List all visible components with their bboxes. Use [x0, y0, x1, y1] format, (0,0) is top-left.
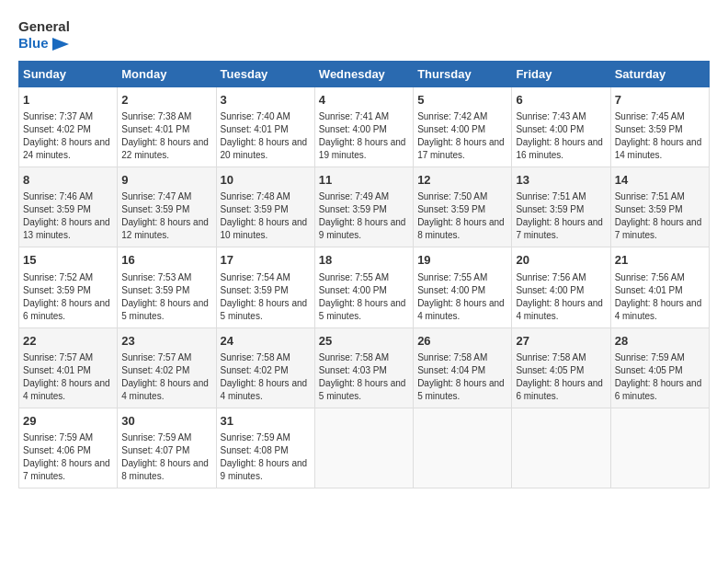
calendar-cell: 1Sunrise: 7:37 AMSunset: 4:02 PMDaylight… [19, 87, 118, 167]
calendar-cell: 5Sunrise: 7:42 AMSunset: 4:00 PMDaylight… [414, 87, 512, 167]
sunrise-text: Sunrise: 7:51 AM [615, 191, 685, 201]
calendar-cell: 25Sunrise: 7:58 AMSunset: 4:03 PMDayligh… [314, 327, 413, 408]
calendar-cell [414, 408, 512, 488]
sunrise-text: Sunrise: 7:42 AM [417, 111, 487, 121]
daylight-text: Daylight: 8 hours and 10 minutes. [221, 217, 308, 240]
day-number: 7 [615, 92, 705, 109]
sunset-text: Sunset: 3:59 PM [615, 204, 683, 214]
sunset-text: Sunset: 3:59 PM [221, 204, 289, 214]
calendar-cell: 10Sunrise: 7:48 AMSunset: 3:59 PMDayligh… [216, 167, 314, 247]
daylight-text: Daylight: 8 hours and 5 minutes. [417, 378, 505, 401]
calendar-cell: 14Sunrise: 7:51 AMSunset: 3:59 PMDayligh… [610, 167, 709, 247]
daylight-text: Daylight: 8 hours and 5 minutes. [319, 378, 406, 401]
sunset-text: Sunset: 4:00 PM [516, 285, 584, 295]
logo-arrow-icon [52, 38, 69, 51]
day-number: 31 [221, 413, 311, 430]
sunrise-text: Sunrise: 7:37 AM [23, 111, 93, 121]
day-number: 23 [121, 333, 211, 350]
daylight-text: Daylight: 8 hours and 6 minutes. [516, 378, 603, 401]
sunset-text: Sunset: 4:00 PM [319, 124, 387, 134]
calendar-cell: 3Sunrise: 7:40 AMSunset: 4:01 PMDaylight… [216, 87, 314, 167]
sunrise-text: Sunrise: 7:59 AM [121, 432, 191, 442]
day-number: 30 [121, 413, 211, 430]
calendar-cell: 15Sunrise: 7:52 AMSunset: 3:59 PMDayligh… [19, 247, 118, 327]
logo: General Blue [18, 18, 70, 52]
daylight-text: Daylight: 8 hours and 20 minutes. [221, 137, 308, 160]
sunrise-text: Sunrise: 7:54 AM [221, 272, 290, 282]
calendar-cell: 18Sunrise: 7:55 AMSunset: 4:00 PMDayligh… [314, 247, 413, 327]
daylight-text: Daylight: 8 hours and 4 minutes. [516, 298, 603, 321]
sunset-text: Sunset: 4:03 PM [319, 365, 387, 375]
day-number: 18 [319, 252, 409, 269]
daylight-text: Daylight: 8 hours and 4 minutes. [121, 378, 209, 401]
calendar-cell [314, 408, 413, 488]
day-number: 20 [516, 252, 606, 269]
calendar-table: SundayMondayTuesdayWednesdayThursdayFrid… [18, 61, 710, 488]
sunrise-text: Sunrise: 7:45 AM [615, 111, 685, 121]
page-header: General Blue [18, 18, 710, 52]
daylight-text: Daylight: 8 hours and 22 minutes. [121, 137, 209, 160]
calendar-cell: 22Sunrise: 7:57 AMSunset: 4:01 PMDayligh… [19, 327, 118, 408]
sunrise-text: Sunrise: 7:57 AM [121, 352, 191, 362]
day-number: 4 [319, 92, 409, 109]
sunrise-text: Sunrise: 7:55 AM [319, 272, 389, 282]
day-number: 11 [319, 172, 409, 189]
daylight-text: Daylight: 8 hours and 7 minutes. [516, 217, 603, 240]
sunset-text: Sunset: 3:59 PM [121, 285, 189, 295]
sunrise-text: Sunrise: 7:58 AM [319, 352, 389, 362]
sunrise-text: Sunrise: 7:59 AM [23, 432, 93, 442]
day-number: 28 [615, 333, 705, 350]
sunset-text: Sunset: 3:59 PM [23, 285, 91, 295]
calendar-cell: 19Sunrise: 7:55 AMSunset: 4:00 PMDayligh… [414, 247, 512, 327]
sunset-text: Sunset: 4:06 PM [23, 445, 91, 455]
header-saturday: Saturday [610, 62, 709, 87]
calendar-cell: 6Sunrise: 7:43 AMSunset: 4:00 PMDaylight… [512, 87, 610, 167]
calendar-cell: 28Sunrise: 7:59 AMSunset: 4:05 PMDayligh… [610, 327, 709, 408]
sunrise-text: Sunrise: 7:47 AM [121, 191, 191, 201]
sunset-text: Sunset: 4:05 PM [516, 365, 584, 375]
sunset-text: Sunset: 4:01 PM [221, 124, 289, 134]
calendar-cell: 11Sunrise: 7:49 AMSunset: 3:59 PMDayligh… [314, 167, 413, 247]
day-number: 8 [23, 172, 113, 189]
daylight-text: Daylight: 8 hours and 16 minutes. [516, 137, 603, 160]
daylight-text: Daylight: 8 hours and 19 minutes. [319, 137, 406, 160]
calendar-cell [610, 408, 709, 488]
calendar-cell: 4Sunrise: 7:41 AMSunset: 4:00 PMDaylight… [314, 87, 413, 167]
daylight-text: Daylight: 8 hours and 7 minutes. [615, 217, 702, 240]
daylight-text: Daylight: 8 hours and 8 minutes. [121, 458, 209, 481]
day-number: 5 [417, 92, 507, 109]
sunrise-text: Sunrise: 7:50 AM [417, 191, 487, 201]
day-number: 16 [121, 252, 211, 269]
svg-marker-0 [52, 38, 69, 51]
day-number: 24 [221, 333, 311, 350]
calendar-cell: 16Sunrise: 7:53 AMSunset: 3:59 PMDayligh… [118, 247, 216, 327]
daylight-text: Daylight: 8 hours and 6 minutes. [23, 298, 110, 321]
calendar-week-row: 8Sunrise: 7:46 AMSunset: 3:59 PMDaylight… [19, 167, 710, 247]
daylight-text: Daylight: 8 hours and 8 minutes. [417, 217, 505, 240]
day-number: 17 [221, 252, 311, 269]
daylight-text: Daylight: 8 hours and 4 minutes. [221, 378, 308, 401]
calendar-cell: 27Sunrise: 7:58 AMSunset: 4:05 PMDayligh… [512, 327, 610, 408]
day-number: 12 [417, 172, 507, 189]
sunrise-text: Sunrise: 7:46 AM [23, 191, 93, 201]
day-number: 19 [417, 252, 507, 269]
calendar-cell: 13Sunrise: 7:51 AMSunset: 3:59 PMDayligh… [512, 167, 610, 247]
calendar-cell: 26Sunrise: 7:58 AMSunset: 4:04 PMDayligh… [414, 327, 512, 408]
daylight-text: Daylight: 8 hours and 13 minutes. [23, 217, 110, 240]
sunset-text: Sunset: 4:01 PM [121, 124, 189, 134]
sunrise-text: Sunrise: 7:55 AM [417, 272, 487, 282]
calendar-cell: 12Sunrise: 7:50 AMSunset: 3:59 PMDayligh… [414, 167, 512, 247]
day-number: 3 [221, 92, 311, 109]
header-wednesday: Wednesday [314, 62, 413, 87]
sunset-text: Sunset: 4:02 PM [121, 365, 189, 375]
sunset-text: Sunset: 3:59 PM [121, 204, 189, 214]
sunset-text: Sunset: 4:07 PM [121, 445, 189, 455]
sunrise-text: Sunrise: 7:58 AM [516, 352, 586, 362]
daylight-text: Daylight: 8 hours and 24 minutes. [23, 137, 110, 160]
sunrise-text: Sunrise: 7:58 AM [221, 352, 290, 362]
sunset-text: Sunset: 4:08 PM [221, 445, 289, 455]
sunrise-text: Sunrise: 7:56 AM [516, 272, 586, 282]
header-sunday: Sunday [19, 62, 118, 87]
sunset-text: Sunset: 3:59 PM [417, 204, 485, 214]
sunrise-text: Sunrise: 7:51 AM [516, 191, 586, 201]
